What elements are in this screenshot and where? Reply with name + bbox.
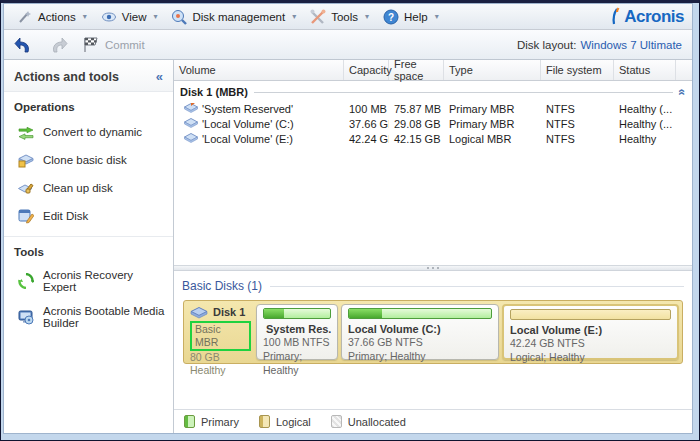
legend-item-logical: Logical	[259, 415, 311, 428]
disk-layout-annotation: Basic MBR	[190, 321, 251, 351]
menu-tools[interactable]: Tools ▾	[303, 7, 376, 27]
volume-free-space: 75.87 MB	[389, 103, 444, 115]
disk-name: Disk 1	[213, 306, 245, 320]
volumes-table: Volume Capacity Free space Type File sys…	[174, 60, 692, 265]
volume-type: Primary MBR	[444, 118, 541, 130]
recovery-expert-icon	[18, 273, 34, 289]
partition-name: Local Volume (E:)	[510, 323, 602, 337]
group-collapse-icon[interactable]: «	[676, 89, 690, 96]
group-divider	[254, 92, 673, 93]
acronis-logo: Acronis	[608, 7, 684, 27]
volume-free-space: 42.15 GB	[389, 133, 444, 145]
volume-name: 'Local Volume' (C:)	[202, 118, 294, 130]
clone-disk-icon	[18, 152, 34, 168]
column-header-status[interactable]: Status	[614, 60, 676, 80]
wand-icon	[17, 9, 33, 25]
volume-name: 'System Reserved'	[202, 103, 293, 115]
sidebar-item-label: Edit Disk	[43, 210, 88, 222]
table-row-local-volume-c[interactable]: 'Local Volume' (C:) 37.66 GB 29.08 GB Pr…	[174, 116, 692, 131]
disk-1-info[interactable]: Disk 1 Basic MBR 80 GB Healthy	[187, 304, 253, 360]
volume-file-system: NTFS	[541, 133, 614, 145]
sidebar-item-clean-up-disk[interactable]: Clean up disk	[4, 174, 173, 202]
partition-local-volume-c[interactable]: Local Volume (C:) 37.66 GB NTFS Primary;…	[341, 304, 499, 360]
chevron-down-icon: ▾	[153, 12, 157, 21]
volume-status: Healthy (...	[614, 103, 676, 115]
disk-1-graphic: Disk 1 Basic MBR 80 GB Healthy System Re…	[183, 300, 683, 364]
chevron-down-icon: ▾	[83, 12, 87, 21]
volume-file-system: NTFS	[541, 118, 614, 130]
menu-help[interactable]: ? Help ▾	[376, 7, 446, 27]
sidebar-section-operations: Operations	[4, 92, 173, 118]
capacity-bar	[263, 308, 331, 319]
disk-layout-label: Disk layout:	[517, 39, 576, 51]
acronis-logo-mark	[608, 7, 622, 27]
column-header-file-system[interactable]: File system	[541, 60, 614, 80]
menu-disk-management[interactable]: Disk management ▾	[164, 7, 303, 27]
disk-size: 80 GB	[190, 351, 251, 364]
menu-help-label: Help	[404, 11, 428, 23]
tools-icon	[310, 9, 326, 25]
table-row-local-volume-e[interactable]: 'Local Volume' (E:) 42.24 GB 42.15 GB Lo…	[174, 131, 692, 146]
disk-group-label: Disk 1 (MBR)	[180, 86, 248, 98]
column-header-free-space[interactable]: Free space	[389, 60, 444, 80]
legend-item-unallocated: Unallocated	[331, 415, 406, 428]
sidebar-header: Actions and tools «	[4, 60, 173, 92]
chevron-down-icon: ▾	[292, 12, 296, 21]
disk-group-header: Disk 1 (MBR) «	[174, 81, 692, 101]
sidebar-item-label: Convert to dynamic	[43, 126, 142, 138]
partition-details: 42.24 GB NTFS	[510, 337, 671, 351]
menu-tools-label: Tools	[331, 11, 358, 23]
column-header-volume[interactable]: Volume	[174, 60, 344, 80]
primary-swatch-icon	[184, 415, 195, 428]
sidebar-item-convert-to-dynamic[interactable]: Convert to dynamic	[4, 118, 173, 146]
volume-file-system: NTFS	[541, 103, 614, 115]
volume-free-space: 29.08 GB	[389, 118, 444, 130]
sidebar-item-label: Acronis Recovery Expert	[43, 269, 165, 293]
menu-disk-management-label: Disk management	[192, 11, 285, 23]
column-header-type[interactable]: Type	[444, 60, 541, 80]
sidebar-item-edit-disk[interactable]: Edit Disk	[4, 202, 173, 230]
app-frame: Actions ▾ View ▾ Disk management ▾ Tools…	[3, 3, 693, 434]
partition-details: 37.66 GB NTFS	[348, 336, 492, 350]
commit-button[interactable]: Commit	[82, 37, 145, 53]
media-builder-icon	[18, 309, 34, 325]
disk-layout-value-link[interactable]: Windows 7 Ultimate	[580, 39, 682, 51]
column-header-filler	[676, 60, 692, 80]
table-header: Volume Capacity Free space Type File sys…	[174, 60, 692, 81]
legend-label: Unallocated	[348, 416, 406, 428]
volume-icon	[184, 118, 198, 129]
menu-actions[interactable]: Actions ▾	[10, 7, 94, 27]
table-row-system-reserved[interactable]: 'System Reserved' 100 MB 75.87 MB Primar…	[174, 101, 692, 116]
volume-type: Logical MBR	[444, 133, 541, 145]
sidebar-item-recovery-expert[interactable]: Acronis Recovery Expert	[4, 263, 173, 299]
partition-local-volume-e[interactable]: Local Volume (E:) 42.24 GB NTFS Logical;…	[502, 304, 679, 360]
legend-label: Logical	[276, 416, 311, 428]
commit-label: Commit	[105, 39, 145, 51]
volume-capacity: 100 MB	[344, 103, 389, 115]
redo-button[interactable]	[48, 36, 68, 54]
edit-disk-icon	[18, 208, 34, 224]
partition-name: Local Volume (C:)	[348, 322, 441, 336]
column-header-capacity[interactable]: Capacity	[344, 60, 389, 80]
content-area: Actions and tools « Operations Convert t…	[4, 60, 692, 433]
basic-disks-divider	[270, 286, 684, 287]
sidebar-collapse-icon[interactable]: «	[156, 69, 163, 84]
svg-text:?: ?	[388, 12, 394, 23]
volume-capacity: 37.66 GB	[344, 118, 389, 130]
menu-view[interactable]: View ▾	[94, 7, 165, 27]
legend-label: Primary	[201, 416, 239, 428]
toolbar: Commit Disk layout:Windows 7 Ultimate	[4, 30, 692, 60]
sidebar-item-media-builder[interactable]: Acronis Bootable Media Builder	[4, 299, 173, 335]
volume-capacity: 42.24 GB	[344, 133, 389, 145]
sidebar: Actions and tools « Operations Convert t…	[4, 60, 174, 433]
legend-item-primary: Primary	[184, 415, 239, 428]
capacity-bar	[510, 309, 671, 320]
partition-legend: Primary Logical Unallocated	[174, 409, 692, 433]
basic-disks-title: Basic Disks (1)	[182, 279, 262, 293]
cleanup-disk-icon	[18, 180, 34, 196]
partition-system-reserved[interactable]: System Res... 100 MB NTFS Primary; Healt…	[256, 304, 338, 360]
undo-button[interactable]	[14, 36, 34, 54]
basic-disks-panel: Basic Disks (1) Disk 1 Basic MBR 80 GB H…	[174, 271, 692, 433]
sidebar-item-clone-basic-disk[interactable]: Clone basic disk	[4, 146, 173, 174]
volume-name: 'Local Volume' (E:)	[202, 133, 293, 145]
